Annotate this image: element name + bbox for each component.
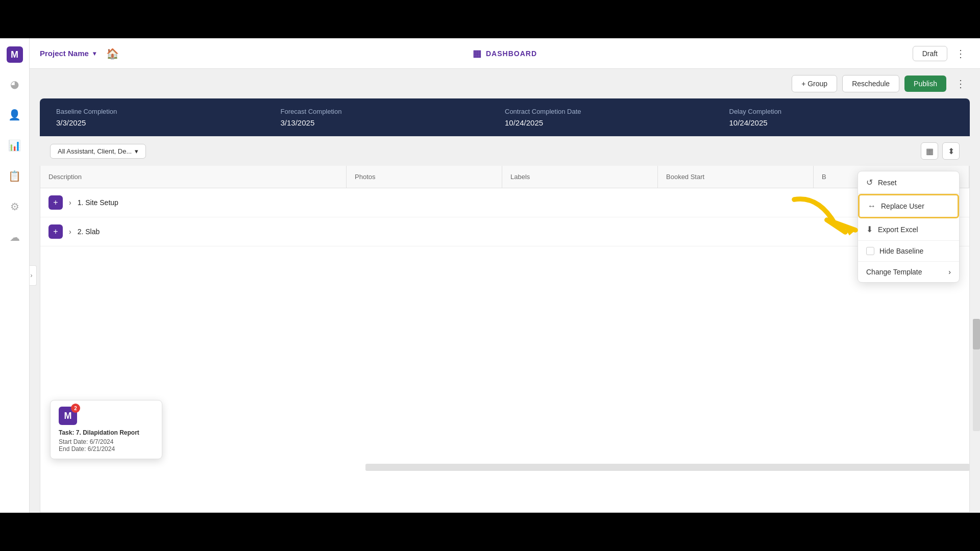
add-row-2-button[interactable]: + (48, 224, 63, 239)
menu-item-change-template[interactable]: Change Template › (858, 262, 959, 282)
stat-forecast: Forecast Completion 3/13/2025 (281, 108, 505, 127)
reschedule-button[interactable]: Reschedule (842, 75, 899, 92)
horizontal-scrollbar[interactable] (365, 464, 970, 471)
change-template-arrow-icon: › (948, 268, 951, 276)
toolbar-more-button[interactable]: ⋮ (951, 76, 970, 92)
schedule-toolbar: + Group Reschedule Publish ⋮ (30, 69, 980, 98)
dashboard-text: DASHBOARD (486, 49, 537, 58)
table-row: + › 2. Slab (40, 217, 969, 246)
sidebar-icon-reports[interactable]: 📊 (6, 136, 24, 155)
notification-start: Start Date: 6/7/2024 (59, 438, 154, 445)
draft-button[interactable]: Draft (913, 46, 947, 61)
table-header: Description Photos Labels Booked Start B (40, 166, 969, 188)
filter-row: All Assistant, Client, De... ▾ ▦ ⬍ (40, 136, 970, 166)
project-dropdown-icon[interactable]: ▾ (93, 50, 96, 57)
filter-label: All Assistant, Client, De... (58, 147, 132, 155)
stats-bar: Baseline Completion 3/3/2025 Forecast Co… (40, 98, 970, 136)
filter-select[interactable]: All Assistant, Client, De... ▾ (50, 144, 146, 159)
notification-end: End Date: 6/21/2024 (59, 445, 154, 453)
expand-row-1-icon[interactable]: › (69, 198, 71, 207)
table-area: Description Photos Labels Booked Start B… (40, 166, 970, 513)
sidebar-icon-settings[interactable]: ⚙ (6, 197, 24, 216)
menu-item-export-excel[interactable]: ⬇ Export Excel (858, 218, 959, 241)
col-labels: Labels (502, 166, 658, 188)
col-description: Description (40, 166, 347, 188)
project-name[interactable]: Project Name ▾ (40, 49, 96, 58)
menu-item-hide-baseline[interactable]: Hide Baseline (858, 241, 959, 262)
notification-badge: 2 (71, 404, 80, 413)
group-button[interactable]: + Group (792, 75, 837, 92)
sidebar: M ◕ 👤 📊 📋 ⚙ ☁ (0, 38, 30, 513)
filter-right: ▦ ⬍ (921, 142, 960, 160)
expand-row-2-icon[interactable]: › (69, 228, 71, 236)
filter-chevron-icon: ▾ (135, 147, 138, 155)
menu-export-label: Export Excel (878, 226, 918, 234)
row-2-label: 2. Slab (78, 228, 100, 236)
dropdown-menu: ↺ Reset ↔ Replace User ⬇ Export Excel Hi… (857, 171, 960, 283)
stat-contract-label: Contract Completion Date (505, 108, 729, 115)
menu-hide-baseline-label: Hide Baseline (879, 247, 923, 255)
replace-user-icon: ↔ (868, 202, 876, 211)
project-name-label: Project Name (40, 49, 89, 58)
sidebar-icon-analytics[interactable]: ◕ (6, 75, 24, 93)
scrollbar-thumb[interactable] (973, 319, 980, 349)
stat-baseline: Baseline Completion 3/3/2025 (56, 108, 281, 127)
stat-delay-label: Delay Completion (729, 108, 954, 115)
stat-contract-value: 10/24/2025 (505, 118, 729, 127)
chart-view-button[interactable]: ▦ (921, 142, 938, 160)
content-body: + Group Reschedule Publish ⋮ Baseline Co… (30, 69, 980, 513)
sidebar-icon-cloud[interactable]: ☁ (6, 228, 24, 246)
publish-button[interactable]: Publish (904, 76, 946, 92)
dashboard-icon: ▦ (473, 48, 482, 59)
sidebar-icon-clipboard[interactable]: 📋 (6, 167, 24, 185)
col-booked-start: Booked Start (658, 166, 814, 188)
add-row-1-button[interactable]: + (48, 195, 63, 210)
main-content: Project Name ▾ 🏠 ▦ DASHBOARD Draft ⋮ › +… (30, 38, 980, 513)
stat-baseline-value: 3/3/2025 (56, 118, 281, 127)
stat-forecast-label: Forecast Completion (281, 108, 505, 115)
stat-forecast-value: 3/13/2025 (281, 118, 505, 127)
expand-view-button[interactable]: ⬍ (942, 142, 960, 160)
header-more-button[interactable]: ⋮ (951, 45, 970, 62)
sidebar-toggle[interactable]: › (30, 265, 37, 286)
vertical-scrollbar[interactable] (973, 319, 980, 431)
app-logo[interactable]: M (7, 46, 23, 63)
notification-popup: M 2 Task: 7. Dilapidation Report Start D… (50, 400, 162, 459)
table-row: + › 1. Site Setup (40, 188, 969, 217)
home-icon[interactable]: 🏠 (106, 47, 119, 60)
stat-delay-value: 10/24/2025 (729, 118, 954, 127)
notification-task: Task: 7. Dilapidation Report (59, 429, 154, 436)
menu-item-replace-user[interactable]: ↔ Replace User (858, 194, 959, 218)
sidebar-icon-users[interactable]: 👤 (6, 106, 24, 124)
menu-item-reset[interactable]: ↺ Reset (858, 171, 959, 194)
reset-icon: ↺ (866, 178, 873, 187)
header-right: Draft ⋮ (913, 45, 970, 62)
hide-baseline-checkbox[interactable] (866, 247, 874, 255)
menu-reset-label: Reset (878, 179, 897, 187)
menu-change-template-label: Change Template (866, 268, 922, 276)
export-icon: ⬇ (866, 224, 873, 234)
stat-baseline-label: Baseline Completion (56, 108, 281, 115)
col-photos: Photos (347, 166, 502, 188)
dashboard-label: ▦ DASHBOARD (473, 48, 537, 59)
menu-replace-user-label: Replace User (881, 202, 924, 210)
row-1-label: 1. Site Setup (78, 198, 118, 207)
stat-contract: Contract Completion Date 10/24/2025 (505, 108, 729, 127)
stat-delay: Delay Completion 10/24/2025 (729, 108, 954, 127)
top-header: Project Name ▾ 🏠 ▦ DASHBOARD Draft ⋮ (30, 38, 980, 69)
